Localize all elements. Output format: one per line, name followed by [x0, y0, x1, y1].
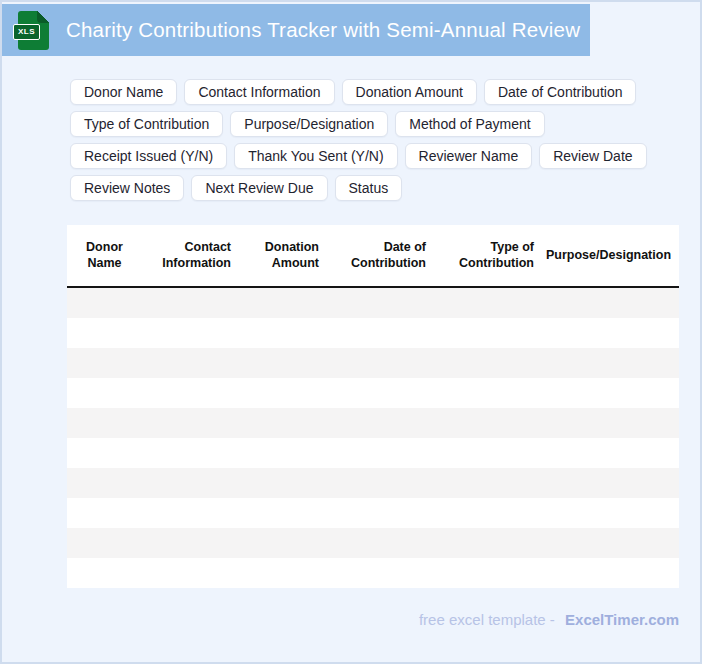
table-row	[67, 528, 679, 558]
chip-donation-amount[interactable]: Donation Amount	[342, 79, 477, 105]
column-header-donor-name: Donor Name	[67, 240, 142, 271]
column-header-date-of-contribution: Date of Contribution	[325, 240, 432, 271]
chip-review-notes[interactable]: Review Notes	[70, 175, 184, 201]
table-row	[67, 468, 679, 498]
title-bar: XLS Charity Contributions Tracker with S…	[2, 4, 590, 56]
chip-type-of-contribution[interactable]: Type of Contribution	[70, 111, 223, 137]
table-header-row: Donor NameContact InformationDonation Am…	[67, 225, 679, 288]
chip-purpose-designation[interactable]: Purpose/Designation	[230, 111, 388, 137]
chip-review-date[interactable]: Review Date	[539, 143, 646, 169]
column-header-donation-amount: Donation Amount	[237, 240, 325, 271]
table-row	[67, 438, 679, 468]
chip-row: Receipt Issued (Y/N)Thank You Sent (Y/N)…	[70, 143, 660, 169]
table-row	[67, 408, 679, 438]
chip-method-of-payment[interactable]: Method of Payment	[395, 111, 544, 137]
table-row	[67, 288, 679, 318]
contributions-table: Donor NameContact InformationDonation Am…	[67, 225, 679, 588]
column-header-contact-information: Contact Information	[142, 240, 237, 271]
footer: free excel template - ExcelTimer.com	[2, 611, 700, 628]
chip-contact-information[interactable]: Contact Information	[184, 79, 334, 105]
xls-file-icon: XLS	[18, 11, 49, 50]
folded-corner	[37, 11, 49, 23]
chip-receipt-issued-y-n[interactable]: Receipt Issued (Y/N)	[70, 143, 227, 169]
page: XLS Charity Contributions Tracker with S…	[0, 0, 702, 664]
chip-next-review-due[interactable]: Next Review Due	[191, 175, 327, 201]
table-row	[67, 378, 679, 408]
chip-reviewer-name[interactable]: Reviewer Name	[405, 143, 533, 169]
chip-row: Review NotesNext Review DueStatus	[70, 175, 660, 201]
table-row	[67, 348, 679, 378]
page-title: Charity Contributions Tracker with Semi-…	[66, 18, 580, 42]
chip-row: Donor NameContact InformationDonation Am…	[70, 79, 660, 105]
footer-brand-link[interactable]: ExcelTimer.com	[565, 611, 679, 628]
chip-row: Type of ContributionPurpose/DesignationM…	[70, 111, 660, 137]
chip-thank-you-sent-y-n[interactable]: Thank You Sent (Y/N)	[234, 143, 397, 169]
table-row	[67, 498, 679, 528]
chip-donor-name[interactable]: Donor Name	[70, 79, 177, 105]
field-chip-list: Donor NameContact InformationDonation Am…	[70, 79, 660, 201]
column-header-purpose-designation: Purpose/Designation	[540, 248, 679, 264]
table-row	[67, 318, 679, 348]
column-header-type-of-contribution: Type of Contribution	[432, 240, 540, 271]
chip-date-of-contribution[interactable]: Date of Contribution	[484, 79, 637, 105]
xls-badge-label: XLS	[13, 24, 40, 40]
table-row	[67, 558, 679, 588]
table-body	[67, 288, 679, 588]
chip-status[interactable]: Status	[335, 175, 403, 201]
footer-credit-text: free excel template -	[419, 611, 555, 628]
